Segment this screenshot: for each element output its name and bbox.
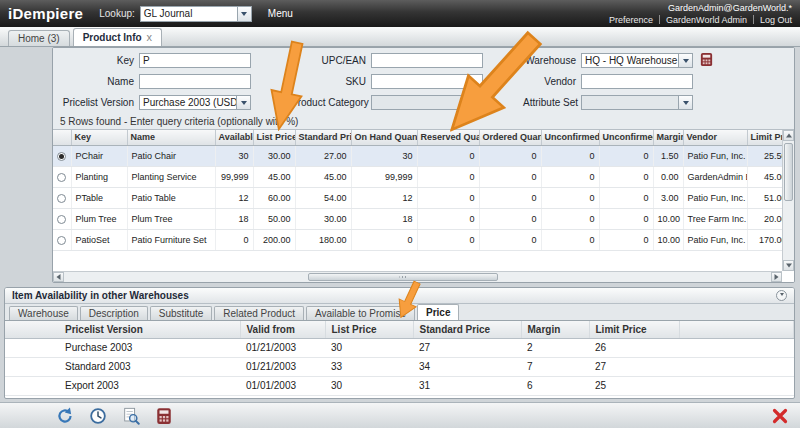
price-row[interactable]: Export 200301/01/20033031625 (5, 376, 794, 395)
column-header-unconfirmed-moves[interactable]: Unconfirmed Mo (599, 130, 653, 145)
scroll-left-button[interactable] (53, 272, 64, 282)
price-column-pricelist-version[interactable]: Pricelist Version (5, 321, 240, 338)
result-row[interactable]: PTablePatio Table1260.0054.001200003.00P… (53, 187, 794, 208)
row-select-radio[interactable] (57, 236, 66, 245)
row-select-radio[interactable] (57, 152, 66, 161)
price-row[interactable]: Standard 200301/21/20033334727 (5, 357, 794, 376)
horizontal-scroll-thumb[interactable] (308, 273, 498, 281)
print-preview-icon (122, 407, 140, 425)
calculator-toolbar-button[interactable] (153, 405, 175, 427)
toolbar-left (54, 405, 175, 427)
menu-button[interactable]: Menu (268, 8, 293, 19)
column-header-reserved-quantity[interactable]: Reserved Quantit (417, 130, 479, 145)
attribute-set-select[interactable] (581, 95, 693, 110)
result-row[interactable]: PChairPatio Chair3030.0027.003000001.50P… (53, 145, 794, 166)
result-row[interactable]: PatioSetPatio Furniture Set0200.00180.00… (53, 229, 794, 250)
upc-input[interactable] (371, 53, 483, 68)
column-header-available[interactable]: Available (215, 130, 253, 145)
subtab-available-to-promise[interactable]: Available to Promise (306, 306, 415, 320)
role-link[interactable]: GardenWorld Admin (666, 14, 747, 26)
price-row[interactable]: Purchase 200301/21/20033027226 (5, 338, 794, 357)
row-select-cell[interactable] (53, 208, 71, 229)
cell-unconfirmed-moves: 0 (599, 229, 653, 250)
subtab-related-product[interactable]: Related Product (214, 306, 304, 320)
result-row[interactable]: Plum TreePlum Tree1850.0030.0018000010.0… (53, 208, 794, 229)
print-preview-button[interactable] (120, 405, 142, 427)
result-row[interactable]: PlantingPlanting Service99,99945.0045.00… (53, 166, 794, 187)
price-column-valid-from[interactable]: Valid from (240, 321, 325, 338)
cell-margin: 3.00 (653, 187, 683, 208)
scroll-up-button[interactable] (783, 130, 794, 141)
column-header-vendor[interactable]: Vendor (683, 130, 747, 145)
row-select-cell[interactable] (53, 229, 71, 250)
subtab-warehouse[interactable]: Warehouse (9, 306, 78, 320)
row-select-cell[interactable] (53, 187, 71, 208)
row-select-cell[interactable] (53, 166, 71, 187)
column-header-list-price[interactable]: List Price (253, 130, 295, 145)
refresh-button[interactable] (54, 405, 76, 427)
close-window-button[interactable] (770, 406, 790, 426)
row-select-cell[interactable] (53, 145, 71, 166)
price-cell-valid-from: 01/21/2003 (240, 357, 325, 376)
logout-link[interactable]: Log Out (760, 14, 792, 26)
refresh-icon (56, 407, 74, 425)
row-select-radio[interactable] (57, 194, 66, 203)
price-column-standard-price[interactable]: Standard Price (413, 321, 521, 338)
column-header-name[interactable]: Name (127, 130, 215, 145)
scroll-down-button[interactable] (783, 260, 794, 271)
cell-standard-price: 45.00 (295, 166, 351, 187)
name-input[interactable] (139, 74, 251, 89)
cell-margin: 10.00 (653, 208, 683, 229)
cell-unconfirmed-qty: 0 (541, 166, 599, 187)
cell-vendor: Patio Fun, Inc. (683, 229, 747, 250)
vertical-scroll-thumb[interactable] (784, 143, 793, 201)
price-column-list-price[interactable]: List Price (325, 321, 413, 338)
subtab-description[interactable]: Description (80, 306, 148, 320)
column-header-unconfirmed-qty[interactable]: Unconfirmed Qty (541, 130, 599, 145)
sku-input[interactable] (371, 74, 483, 89)
subtab-price[interactable]: Price (417, 304, 459, 320)
close-tab-icon[interactable]: x (147, 32, 153, 43)
scroll-right-button[interactable] (771, 272, 782, 282)
bottom-toolbar (0, 402, 800, 428)
tab-product-info-label: Product Info (83, 32, 142, 43)
row-select-radio[interactable] (57, 215, 66, 224)
cell-margin: 1.50 (653, 145, 683, 166)
warehouse-select[interactable]: HQ - HQ Warehouse (581, 53, 693, 68)
vertical-scrollbar[interactable] (782, 130, 794, 271)
row-select-radio[interactable] (57, 173, 66, 182)
subtab-substitute[interactable]: Substitute (150, 306, 212, 320)
column-header-standard-price[interactable]: Standard Price (295, 130, 351, 145)
price-table: Pricelist Version Valid from List Price … (5, 321, 794, 396)
lookup-select[interactable]: GL Journal (140, 6, 252, 22)
price-column-limit-price[interactable]: Limit Price (589, 321, 679, 338)
column-header-select[interactable] (53, 130, 71, 145)
cell-ordered-quantity: 0 (479, 145, 541, 166)
availability-title: Item Availability in other Warehouses (12, 290, 189, 301)
column-header-key[interactable]: Key (71, 130, 127, 145)
column-header-margin[interactable]: Margin (653, 130, 683, 145)
sku-label: SKU (291, 76, 371, 87)
cell-ordered-quantity: 0 (479, 229, 541, 250)
preference-link[interactable]: Preference (609, 14, 653, 26)
cell-unconfirmed-moves: 0 (599, 208, 653, 229)
calculator-button[interactable] (698, 52, 715, 69)
cell-standard-price: 30.00 (295, 208, 351, 229)
collapse-panel-icon[interactable] (776, 290, 787, 301)
cell-on-hand-quantity: 30 (351, 145, 417, 166)
cell-list-price: 60.00 (253, 187, 295, 208)
pricelist-version-select[interactable]: Purchase 2003 (USD) (139, 95, 251, 110)
results-table-region: Key Name Available List Price Standard P… (53, 129, 794, 282)
column-header-ordered-quantity[interactable]: Ordered Quantity (479, 130, 541, 145)
product-category-select[interactable] (371, 95, 483, 110)
tab-home[interactable]: Home (3) (8, 30, 70, 46)
key-input[interactable] (139, 53, 251, 68)
price-cell-filler (679, 357, 794, 376)
price-cell-standard-price: 31 (413, 376, 521, 395)
vendor-input[interactable] (581, 74, 693, 89)
tab-product-info[interactable]: Product Info x (73, 28, 162, 46)
column-header-on-hand-quantity[interactable]: On Hand Quantity (351, 130, 417, 145)
price-column-margin[interactable]: Margin (521, 321, 589, 338)
horizontal-scrollbar[interactable] (53, 271, 782, 282)
history-button[interactable] (87, 405, 109, 427)
